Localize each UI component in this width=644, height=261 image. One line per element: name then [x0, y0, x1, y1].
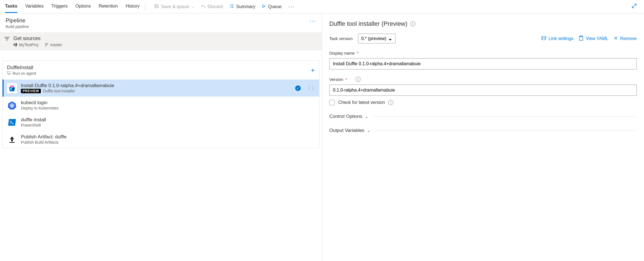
fullscreen-icon[interactable] [629, 3, 639, 10]
editor-toolbar: Tasks Variables Triggers Options Retenti… [0, 0, 644, 13]
list-icon [229, 4, 234, 10]
svg-point-0 [45, 43, 46, 44]
pipeline-title: Pipeline [6, 17, 29, 24]
remove-button[interactable]: Remove [614, 36, 637, 41]
azure-devops-icon [13, 43, 17, 47]
check-latest-checkbox[interactable] [329, 100, 335, 105]
pipeline-subtitle: Build pipeline [6, 24, 29, 29]
detail-title: Duffle tool installer (Preview) [329, 20, 408, 27]
upload-icon [7, 134, 17, 145]
link-settings-button[interactable]: Link settings [541, 36, 574, 41]
toolbar-separator [145, 4, 145, 10]
powershell-icon [7, 117, 17, 127]
svg-rect-4 [8, 72, 8, 73]
svg-rect-6 [12, 88, 14, 90]
svg-point-2 [45, 45, 46, 46]
play-icon [262, 4, 266, 9]
task-row-publish-artifact[interactable]: Publish Artifact: duffle Publish Build A… [3, 131, 319, 148]
tab-tasks[interactable]: Tasks [5, 0, 17, 13]
tab-variables[interactable]: Variables [25, 0, 44, 13]
task-detail-pane: Duffle tool installer (Preview) i Task v… [322, 13, 644, 261]
tab-history[interactable]: History [126, 0, 139, 13]
pipeline-more-icon[interactable]: ··· [309, 17, 316, 25]
chevron-down-icon: ⌄ [367, 128, 370, 133]
save-queue-label: Save & queue [161, 4, 189, 9]
clipboard-icon [579, 36, 583, 42]
info-icon[interactable]: i [388, 100, 393, 105]
pipeline-header[interactable]: Pipeline Build pipeline ··· [0, 13, 322, 32]
link-icon [541, 36, 546, 41]
required-marker: * [357, 51, 359, 55]
svg-point-1 [47, 43, 48, 44]
add-task-button[interactable]: + [311, 66, 315, 74]
display-name-input[interactable] [329, 58, 637, 69]
version-label: Version [329, 77, 343, 82]
get-sources-title: Get sources [13, 36, 62, 41]
svg-rect-5 [10, 88, 12, 90]
get-sources-row[interactable]: Get sources MyTestProj master [0, 32, 322, 50]
task-title: Install Duffle 0.1.0-ralpha.4+dramallama… [21, 83, 291, 88]
more-button[interactable]: ··· [285, 3, 298, 10]
view-yaml-button[interactable]: View YAML [579, 36, 608, 42]
close-icon [614, 36, 618, 41]
discard-button[interactable]: Discard [198, 4, 226, 10]
tab-retention[interactable]: Retention [99, 0, 118, 13]
duffle-icon [7, 83, 17, 93]
task-version-select[interactable]: 0.* (preview) [358, 34, 396, 43]
task-title: Publish Artifact: duffle [21, 134, 67, 140]
task-title: duffle install [21, 117, 46, 123]
agent-icon [7, 71, 11, 76]
branch-icon [45, 43, 48, 47]
agent-job: DuffleInstall Run on agent + Install D [2, 60, 319, 148]
summary-label: Summary [236, 4, 255, 9]
check-latest-label: Check for latest version [338, 100, 385, 105]
save-icon [154, 4, 159, 10]
queue-button[interactable]: Queue [259, 4, 285, 9]
repo-name: MyTestProj [13, 43, 38, 47]
undo-icon [201, 4, 205, 10]
info-icon[interactable]: i [410, 21, 415, 26]
task-row-kubectl[interactable]: kubectl login Deploy to Kubernetes [3, 97, 319, 114]
task-subtitle: Deploy to Kubernetes [21, 106, 59, 110]
job-name: DuffleInstall [7, 65, 36, 71]
check-icon: ✓ [295, 85, 301, 91]
control-options-section[interactable]: Control Options ⌄ [329, 114, 637, 119]
task-subtitle: Publish Build Artifacts [21, 140, 67, 145]
display-name-label: Display name [329, 51, 355, 55]
summary-button[interactable]: Summary [226, 4, 259, 10]
tab-triggers[interactable]: Triggers [51, 0, 68, 13]
save-queue-button[interactable]: Save & queue ⌄ [151, 4, 198, 10]
svg-rect-3 [7, 71, 11, 74]
tab-bar: Tasks Variables Triggers Options Retenti… [5, 0, 139, 13]
version-input[interactable] [329, 85, 637, 96]
preview-badge: PREVIEW [21, 89, 41, 93]
task-row-duffle-install[interactable]: Install Duffle 0.1.0-ralpha.4+dramallama… [3, 80, 319, 97]
queue-label: Queue [268, 4, 281, 9]
task-row-powershell[interactable]: duffle install PowerShell [3, 114, 319, 131]
task-title: kubectl login [21, 100, 59, 106]
task-version-label: Task version [329, 36, 352, 41]
sources-icon [4, 37, 10, 42]
discard-label: Discard [208, 4, 223, 9]
job-subtitle: Run on agent [13, 71, 36, 76]
pipeline-tree: Pipeline Build pipeline ··· Get sources … [0, 13, 322, 261]
job-header[interactable]: DuffleInstall Run on agent + [3, 61, 319, 80]
task-subtitle: Duffle tool installer [43, 89, 75, 93]
output-variables-section[interactable]: Output Variables ⌄ [329, 128, 637, 133]
tab-options[interactable]: Options [75, 0, 91, 13]
branch-name: master [45, 43, 62, 47]
kubernetes-icon [7, 100, 17, 110]
required-marker: * [345, 77, 347, 82]
task-subtitle: PowerShell [21, 123, 46, 127]
drag-handle-icon[interactable]: ⋮⋮ [307, 85, 315, 91]
chevron-down-icon: ⌄ [365, 114, 368, 119]
info-icon[interactable]: i [356, 77, 361, 82]
chevron-down-icon: ⌄ [191, 5, 194, 9]
svg-rect-13 [10, 142, 15, 143]
